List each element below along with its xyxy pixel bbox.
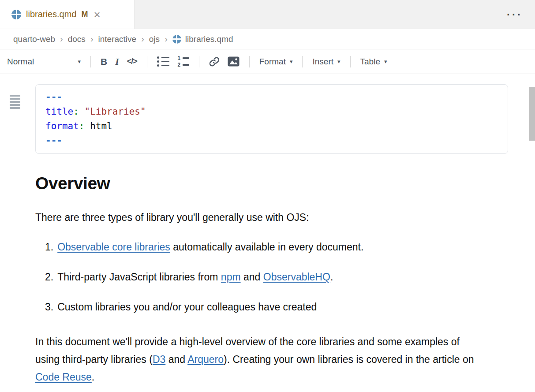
inline-link[interactable]: Observable core libraries bbox=[57, 241, 170, 253]
yaml-line: --- bbox=[45, 134, 498, 148]
breadcrumb: quarto-web › docs › interactive › ojs › … bbox=[0, 29, 535, 49]
closing-paragraph: In this document we'll provide a high-le… bbox=[35, 333, 483, 386]
numbered-list-button[interactable]: 1 2 bbox=[173, 56, 193, 67]
inline-link[interactable]: Code Reuse bbox=[35, 371, 92, 383]
breadcrumb-item-interactive[interactable]: interactive bbox=[98, 34, 137, 44]
block-drag-handle-icon[interactable] bbox=[10, 95, 20, 109]
breadcrumb-separator-icon: › bbox=[60, 34, 63, 44]
toolbar-divider bbox=[302, 56, 303, 67]
inline-link[interactable]: D3 bbox=[153, 354, 165, 365]
quarto-icon bbox=[11, 10, 21, 19]
toolbar-divider bbox=[199, 56, 199, 67]
quarto-icon bbox=[172, 35, 181, 44]
image-button[interactable] bbox=[224, 56, 243, 67]
list-item-text: Observable core libraries automatically … bbox=[57, 241, 363, 253]
breadcrumb-item-docs[interactable]: docs bbox=[68, 34, 86, 44]
list-item-number: 3. bbox=[45, 301, 53, 313]
toolbar-divider bbox=[147, 56, 147, 67]
bold-icon: B bbox=[101, 56, 107, 67]
numbered-list-icon: 1 2 bbox=[177, 56, 189, 67]
scrollbar-thumb[interactable] bbox=[529, 87, 535, 141]
more-actions-icon[interactable]: ··· bbox=[507, 9, 523, 20]
close-icon[interactable]: × bbox=[94, 9, 100, 20]
library-types-list: 1. Observable core libraries automatical… bbox=[35, 241, 500, 313]
chevron-down-icon: ▾ bbox=[384, 58, 387, 65]
inline-link[interactable]: ObservableHQ bbox=[263, 271, 330, 283]
list-item-text: Third-party JavaScript libraries from np… bbox=[57, 271, 333, 283]
italic-button[interactable]: I bbox=[111, 56, 123, 67]
breadcrumb-separator-icon: › bbox=[165, 34, 168, 44]
bold-button[interactable]: B bbox=[97, 56, 111, 67]
formatting-toolbar: Normal ▾ B I </> 1 2 bbox=[0, 49, 535, 74]
format-menu-label: Format bbox=[259, 57, 286, 67]
list-item: 3. Custom libraries you and/or your coll… bbox=[45, 301, 500, 313]
italic-icon: I bbox=[115, 56, 119, 67]
chevron-down-icon: ▾ bbox=[290, 58, 293, 65]
breadcrumb-item-file[interactable]: libraries.qmd bbox=[172, 34, 233, 44]
bulleted-list-icon bbox=[157, 56, 169, 67]
tab-strip-empty-area bbox=[135, 0, 507, 29]
page-title: Overview bbox=[35, 174, 500, 193]
breadcrumb-file-label: libraries.qmd bbox=[185, 34, 233, 44]
breadcrumb-separator-icon: › bbox=[90, 34, 94, 44]
visual-editor-content: --- title: "Libraries" format: html --- … bbox=[0, 84, 535, 392]
inline-code-button[interactable]: </> bbox=[123, 57, 141, 66]
bulleted-list-button[interactable] bbox=[153, 56, 173, 67]
list-item-text: Custom libraries you and/or your colleag… bbox=[57, 301, 317, 313]
image-icon bbox=[228, 56, 239, 67]
insert-menu-label: Insert bbox=[312, 57, 333, 67]
insert-menu-button[interactable]: Insert ▾ bbox=[308, 57, 344, 67]
intro-paragraph: There are three types of library you'll … bbox=[35, 212, 500, 224]
chevron-down-icon: ▾ bbox=[78, 58, 81, 65]
breadcrumb-separator-icon: › bbox=[141, 34, 144, 44]
toolbar-divider bbox=[249, 56, 250, 67]
yaml-front-matter-block[interactable]: --- title: "Libraries" format: html --- bbox=[35, 84, 508, 154]
table-menu-button[interactable]: Table ▾ bbox=[356, 57, 391, 67]
list-item-number: 1. bbox=[45, 241, 53, 253]
chevron-down-icon: ▾ bbox=[337, 58, 340, 65]
format-menu-button[interactable]: Format ▾ bbox=[255, 57, 297, 67]
link-icon bbox=[209, 56, 220, 67]
tab-bar: libraries.qmd M × ··· bbox=[0, 0, 535, 29]
modified-badge: M bbox=[81, 10, 88, 19]
toolbar-divider bbox=[90, 56, 91, 67]
list-item-number: 2. bbox=[45, 271, 53, 283]
list-item: 2. Third-party JavaScript libraries from… bbox=[45, 271, 500, 283]
code-icon: </> bbox=[127, 57, 137, 66]
paragraph-style-select[interactable]: Normal ▾ bbox=[7, 57, 85, 67]
list-item: 1. Observable core libraries automatical… bbox=[45, 241, 500, 253]
table-menu-label: Table bbox=[360, 57, 380, 67]
tab-title: libraries.qmd bbox=[26, 9, 76, 19]
editor-tab-libraries[interactable]: libraries.qmd M × bbox=[0, 0, 135, 29]
toolbar-divider bbox=[350, 56, 351, 67]
link-button[interactable] bbox=[205, 56, 224, 67]
yaml-line: format: html bbox=[45, 119, 498, 134]
inline-link[interactable]: npm bbox=[221, 271, 241, 283]
breadcrumb-item-ojs[interactable]: ojs bbox=[149, 34, 160, 44]
yaml-line: title: "Libraries" bbox=[45, 105, 498, 119]
yaml-line: --- bbox=[45, 90, 498, 105]
inline-link[interactable]: Arquero bbox=[187, 354, 224, 365]
breadcrumb-item-quarto-web[interactable]: quarto-web bbox=[13, 34, 55, 44]
paragraph-style-value: Normal bbox=[7, 57, 34, 67]
